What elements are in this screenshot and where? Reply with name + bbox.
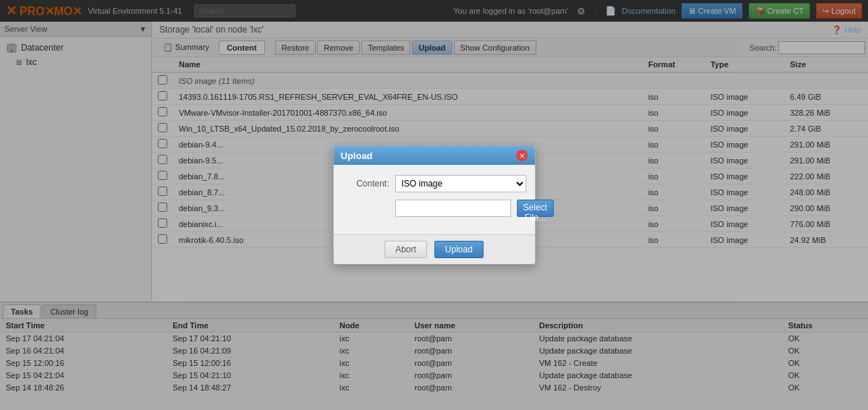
content-select[interactable]: ISO imageVZDump backup fileContainer tem… (395, 175, 526, 192)
modal-footer: Abort Upload (334, 234, 535, 264)
modal-overlay: Upload ✕ Content: ISO imageVZDump backup… (0, 0, 868, 410)
upload-confirm-button[interactable]: Upload (434, 241, 484, 258)
modal-close-button[interactable]: ✕ (516, 150, 528, 161)
content-field: Content: ISO imageVZDump backup fileCont… (342, 175, 526, 192)
file-field: Select File... (342, 200, 526, 217)
content-field-label: Content: (342, 179, 389, 189)
modal-header: Upload ✕ (334, 146, 535, 165)
file-path-input[interactable] (395, 200, 511, 217)
modal-title: Upload (341, 150, 373, 161)
modal-body: Content: ISO imageVZDump backup fileCont… (334, 165, 535, 234)
upload-modal: Upload ✕ Content: ISO imageVZDump backup… (333, 145, 536, 265)
select-file-button[interactable]: Select File... (517, 200, 554, 217)
abort-button[interactable]: Abort (384, 241, 427, 258)
